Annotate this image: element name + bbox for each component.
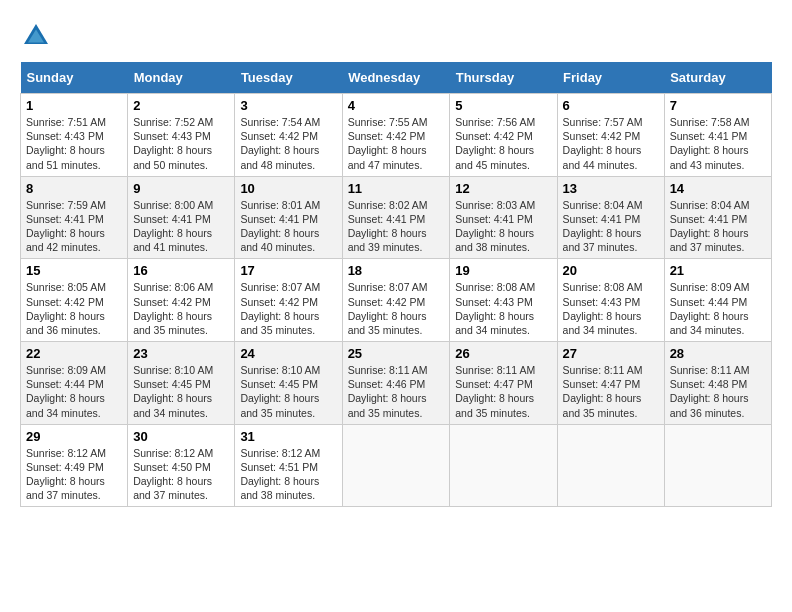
day-info: Sunrise: 8:02 AM Sunset: 4:41 PM Dayligh… — [348, 198, 445, 255]
calendar-cell: 8 Sunrise: 7:59 AM Sunset: 4:41 PM Dayli… — [21, 176, 128, 259]
header-cell: Thursday — [450, 62, 557, 94]
header-cell: Friday — [557, 62, 664, 94]
day-info: Sunrise: 8:10 AM Sunset: 4:45 PM Dayligh… — [240, 363, 336, 420]
calendar-cell: 4 Sunrise: 7:55 AM Sunset: 4:42 PM Dayli… — [342, 94, 450, 177]
day-number: 19 — [455, 263, 551, 278]
day-number: 5 — [455, 98, 551, 113]
calendar-body: 1 Sunrise: 7:51 AM Sunset: 4:43 PM Dayli… — [21, 94, 772, 507]
calendar-week-row: 15 Sunrise: 8:05 AM Sunset: 4:42 PM Dayl… — [21, 259, 772, 342]
day-info: Sunrise: 7:58 AM Sunset: 4:41 PM Dayligh… — [670, 115, 766, 172]
day-number: 8 — [26, 181, 122, 196]
day-info: Sunrise: 8:04 AM Sunset: 4:41 PM Dayligh… — [670, 198, 766, 255]
day-number: 18 — [348, 263, 445, 278]
day-info: Sunrise: 8:09 AM Sunset: 4:44 PM Dayligh… — [670, 280, 766, 337]
calendar-cell: 12 Sunrise: 8:03 AM Sunset: 4:41 PM Dayl… — [450, 176, 557, 259]
day-info: Sunrise: 8:10 AM Sunset: 4:45 PM Dayligh… — [133, 363, 229, 420]
day-number: 21 — [670, 263, 766, 278]
calendar-cell: 20 Sunrise: 8:08 AM Sunset: 4:43 PM Dayl… — [557, 259, 664, 342]
calendar-cell: 28 Sunrise: 8:11 AM Sunset: 4:48 PM Dayl… — [664, 342, 771, 425]
day-info: Sunrise: 7:59 AM Sunset: 4:41 PM Dayligh… — [26, 198, 122, 255]
day-number: 1 — [26, 98, 122, 113]
day-info: Sunrise: 8:04 AM Sunset: 4:41 PM Dayligh… — [563, 198, 659, 255]
calendar-week-row: 29 Sunrise: 8:12 AM Sunset: 4:49 PM Dayl… — [21, 424, 772, 507]
day-number: 28 — [670, 346, 766, 361]
header-cell: Sunday — [21, 62, 128, 94]
day-number: 15 — [26, 263, 122, 278]
calendar-cell: 7 Sunrise: 7:58 AM Sunset: 4:41 PM Dayli… — [664, 94, 771, 177]
calendar-cell — [557, 424, 664, 507]
day-number: 9 — [133, 181, 229, 196]
day-number: 3 — [240, 98, 336, 113]
header — [20, 20, 772, 52]
header-cell: Tuesday — [235, 62, 342, 94]
day-number: 6 — [563, 98, 659, 113]
day-number: 14 — [670, 181, 766, 196]
day-number: 13 — [563, 181, 659, 196]
day-number: 7 — [670, 98, 766, 113]
day-info: Sunrise: 7:52 AM Sunset: 4:43 PM Dayligh… — [133, 115, 229, 172]
day-number: 20 — [563, 263, 659, 278]
calendar: SundayMondayTuesdayWednesdayThursdayFrid… — [20, 62, 772, 507]
day-info: Sunrise: 7:54 AM Sunset: 4:42 PM Dayligh… — [240, 115, 336, 172]
calendar-cell: 15 Sunrise: 8:05 AM Sunset: 4:42 PM Dayl… — [21, 259, 128, 342]
calendar-cell: 6 Sunrise: 7:57 AM Sunset: 4:42 PM Dayli… — [557, 94, 664, 177]
day-number: 10 — [240, 181, 336, 196]
page-container: SundayMondayTuesdayWednesdayThursdayFrid… — [20, 20, 772, 507]
calendar-cell: 25 Sunrise: 8:11 AM Sunset: 4:46 PM Dayl… — [342, 342, 450, 425]
calendar-cell: 17 Sunrise: 8:07 AM Sunset: 4:42 PM Dayl… — [235, 259, 342, 342]
calendar-cell: 19 Sunrise: 8:08 AM Sunset: 4:43 PM Dayl… — [450, 259, 557, 342]
calendar-cell: 29 Sunrise: 8:12 AM Sunset: 4:49 PM Dayl… — [21, 424, 128, 507]
calendar-cell: 13 Sunrise: 8:04 AM Sunset: 4:41 PM Dayl… — [557, 176, 664, 259]
day-number: 30 — [133, 429, 229, 444]
calendar-header: SundayMondayTuesdayWednesdayThursdayFrid… — [21, 62, 772, 94]
calendar-cell: 1 Sunrise: 7:51 AM Sunset: 4:43 PM Dayli… — [21, 94, 128, 177]
calendar-cell: 30 Sunrise: 8:12 AM Sunset: 4:50 PM Dayl… — [128, 424, 235, 507]
calendar-week-row: 8 Sunrise: 7:59 AM Sunset: 4:41 PM Dayli… — [21, 176, 772, 259]
calendar-cell: 18 Sunrise: 8:07 AM Sunset: 4:42 PM Dayl… — [342, 259, 450, 342]
day-number: 26 — [455, 346, 551, 361]
day-number: 25 — [348, 346, 445, 361]
day-number: 27 — [563, 346, 659, 361]
day-info: Sunrise: 8:09 AM Sunset: 4:44 PM Dayligh… — [26, 363, 122, 420]
day-info: Sunrise: 8:08 AM Sunset: 4:43 PM Dayligh… — [455, 280, 551, 337]
day-number: 24 — [240, 346, 336, 361]
calendar-cell: 23 Sunrise: 8:10 AM Sunset: 4:45 PM Dayl… — [128, 342, 235, 425]
calendar-week-row: 1 Sunrise: 7:51 AM Sunset: 4:43 PM Dayli… — [21, 94, 772, 177]
day-number: 2 — [133, 98, 229, 113]
day-info: Sunrise: 7:56 AM Sunset: 4:42 PM Dayligh… — [455, 115, 551, 172]
day-number: 4 — [348, 98, 445, 113]
day-number: 31 — [240, 429, 336, 444]
day-info: Sunrise: 7:57 AM Sunset: 4:42 PM Dayligh… — [563, 115, 659, 172]
day-info: Sunrise: 8:11 AM Sunset: 4:47 PM Dayligh… — [455, 363, 551, 420]
logo — [20, 20, 56, 52]
logo-icon — [20, 20, 52, 52]
day-info: Sunrise: 8:08 AM Sunset: 4:43 PM Dayligh… — [563, 280, 659, 337]
header-cell: Saturday — [664, 62, 771, 94]
day-number: 29 — [26, 429, 122, 444]
day-info: Sunrise: 8:03 AM Sunset: 4:41 PM Dayligh… — [455, 198, 551, 255]
day-info: Sunrise: 8:05 AM Sunset: 4:42 PM Dayligh… — [26, 280, 122, 337]
calendar-cell: 2 Sunrise: 7:52 AM Sunset: 4:43 PM Dayli… — [128, 94, 235, 177]
day-number: 12 — [455, 181, 551, 196]
calendar-cell: 14 Sunrise: 8:04 AM Sunset: 4:41 PM Dayl… — [664, 176, 771, 259]
header-cell: Monday — [128, 62, 235, 94]
calendar-cell: 27 Sunrise: 8:11 AM Sunset: 4:47 PM Dayl… — [557, 342, 664, 425]
day-info: Sunrise: 8:12 AM Sunset: 4:50 PM Dayligh… — [133, 446, 229, 503]
calendar-cell: 10 Sunrise: 8:01 AM Sunset: 4:41 PM Dayl… — [235, 176, 342, 259]
calendar-cell: 16 Sunrise: 8:06 AM Sunset: 4:42 PM Dayl… — [128, 259, 235, 342]
day-info: Sunrise: 8:11 AM Sunset: 4:46 PM Dayligh… — [348, 363, 445, 420]
day-number: 17 — [240, 263, 336, 278]
calendar-cell: 31 Sunrise: 8:12 AM Sunset: 4:51 PM Dayl… — [235, 424, 342, 507]
day-info: Sunrise: 7:51 AM Sunset: 4:43 PM Dayligh… — [26, 115, 122, 172]
header-row: SundayMondayTuesdayWednesdayThursdayFrid… — [21, 62, 772, 94]
day-info: Sunrise: 8:12 AM Sunset: 4:49 PM Dayligh… — [26, 446, 122, 503]
calendar-cell — [342, 424, 450, 507]
day-info: Sunrise: 8:00 AM Sunset: 4:41 PM Dayligh… — [133, 198, 229, 255]
day-info: Sunrise: 8:06 AM Sunset: 4:42 PM Dayligh… — [133, 280, 229, 337]
calendar-cell: 22 Sunrise: 8:09 AM Sunset: 4:44 PM Dayl… — [21, 342, 128, 425]
calendar-cell — [450, 424, 557, 507]
day-info: Sunrise: 8:01 AM Sunset: 4:41 PM Dayligh… — [240, 198, 336, 255]
day-number: 16 — [133, 263, 229, 278]
calendar-cell — [664, 424, 771, 507]
day-info: Sunrise: 7:55 AM Sunset: 4:42 PM Dayligh… — [348, 115, 445, 172]
